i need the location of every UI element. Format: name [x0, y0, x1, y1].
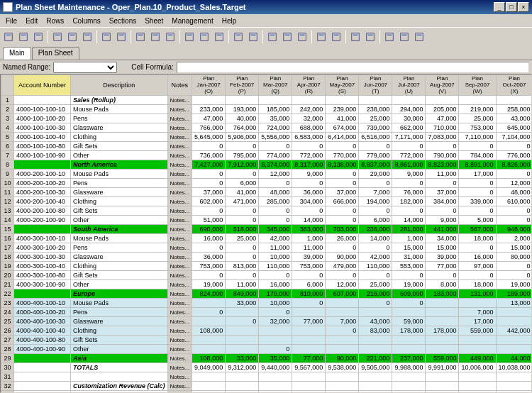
- cell-value[interactable]: 0: [392, 206, 426, 216]
- cell-value[interactable]: 0: [292, 299, 326, 308]
- cell-value[interactable]: 179,000: [259, 289, 292, 299]
- cell-value[interactable]: 790,000: [426, 151, 459, 160]
- cell-value[interactable]: [292, 96, 326, 105]
- notes-button[interactable]: Notes...: [167, 372, 192, 382]
- cell-value[interactable]: 14,000: [292, 216, 326, 225]
- cell-value[interactable]: 559,000: [459, 326, 496, 336]
- header-month-5[interactable]: PlanJun-2007(T): [359, 75, 392, 96]
- cell-value[interactable]: 0: [496, 142, 532, 151]
- cell-value[interactable]: 25,000: [359, 280, 392, 289]
- notes-button[interactable]: Notes...: [167, 299, 192, 308]
- cell-description[interactable]: TOTALS: [71, 363, 168, 372]
- cell-value[interactable]: [459, 382, 496, 391]
- cell-value[interactable]: 44,000: [496, 354, 532, 363]
- notes-button[interactable]: Notes...: [167, 363, 192, 372]
- cell-value[interactable]: 0: [192, 308, 226, 317]
- cell-description[interactable]: Glassware: [71, 123, 168, 133]
- row-number[interactable]: 17: [1, 243, 14, 253]
- menu-help[interactable]: Help: [218, 16, 241, 26]
- cell-value[interactable]: 90,000: [326, 354, 359, 363]
- copy-button[interactable]: [65, 30, 79, 44]
- cell-value[interactable]: [292, 372, 326, 382]
- chart-button[interactable]: [295, 30, 309, 44]
- cell-value[interactable]: 237,000: [392, 354, 426, 363]
- cell-account[interactable]: 4000-400-100-90: [14, 345, 71, 354]
- cell-description[interactable]: Pens: [71, 114, 168, 123]
- notes-button[interactable]: Notes...: [167, 170, 192, 179]
- cell-value[interactable]: [392, 372, 426, 382]
- cell-value[interactable]: 753,000: [192, 262, 226, 271]
- cell-description[interactable]: Mouse Pads: [71, 299, 168, 308]
- cell-value[interactable]: 0: [226, 206, 259, 216]
- row-number[interactable]: 24: [1, 308, 14, 317]
- cell-value[interactable]: 8,826,000: [496, 160, 532, 170]
- notes-button[interactable]: Notes...: [167, 96, 192, 105]
- cell-value[interactable]: 0: [459, 179, 496, 188]
- row-number[interactable]: 6: [1, 142, 14, 151]
- cell-value[interactable]: 30,000: [392, 114, 426, 123]
- cell-value[interactable]: [226, 372, 259, 382]
- cell-account[interactable]: 4000-300-100-80: [14, 271, 71, 280]
- cell-value[interactable]: [459, 345, 496, 354]
- cell-account[interactable]: 4000-100-100-10: [14, 105, 71, 114]
- cell-value[interactable]: 110,000: [259, 262, 292, 271]
- notes-button[interactable]: Notes...: [167, 142, 192, 151]
- cell-value[interactable]: 0: [326, 179, 359, 188]
- save-button[interactable]: [31, 30, 45, 44]
- cell-value[interactable]: 0: [192, 179, 226, 188]
- cell-value[interactable]: 0: [259, 345, 292, 354]
- row-number[interactable]: 15: [1, 225, 14, 234]
- cell-value[interactable]: 6,414,000: [326, 133, 359, 142]
- notes-button[interactable]: Notes...: [167, 105, 192, 114]
- row-number[interactable]: 32: [1, 382, 14, 391]
- menu-sections[interactable]: Sections: [105, 16, 140, 26]
- cell-value[interactable]: 0: [292, 206, 326, 216]
- cell-value[interactable]: 0: [259, 271, 292, 280]
- cell-description[interactable]: Mouse Pads: [71, 170, 168, 179]
- cell-value[interactable]: 6,000: [226, 179, 259, 188]
- header-month-3[interactable]: PlanApr-2007(R): [292, 75, 326, 96]
- print-button[interactable]: [363, 30, 377, 44]
- tab-main[interactable]: Main: [3, 47, 31, 60]
- menu-file[interactable]: File: [1, 16, 21, 26]
- cell-value[interactable]: 0: [259, 216, 292, 225]
- cell-value[interactable]: 1,000: [292, 234, 326, 243]
- center-button[interactable]: [197, 30, 211, 44]
- cell-description[interactable]: Glassware: [71, 253, 168, 262]
- cut-button[interactable]: [50, 30, 65, 44]
- cell-value[interactable]: 7,083,000: [426, 133, 459, 142]
- notes-button[interactable]: Notes...: [167, 234, 192, 243]
- menu-columns[interactable]: Columns: [68, 16, 104, 26]
- cell-value[interactable]: [496, 308, 532, 317]
- notes-button[interactable]: Notes...: [167, 345, 192, 354]
- cell-value[interactable]: 0: [426, 179, 459, 188]
- cell-value[interactable]: [226, 345, 259, 354]
- cell-value[interactable]: 36,000: [192, 253, 226, 262]
- cell-account[interactable]: 4000-300-100-30: [14, 253, 71, 262]
- cell-account[interactable]: 4000-200-100-90: [14, 216, 71, 225]
- cell-description[interactable]: Other: [71, 216, 168, 225]
- cell-description[interactable]: Pens: [71, 243, 168, 253]
- row-number[interactable]: 10: [1, 179, 14, 188]
- cell-description[interactable]: Pens: [71, 308, 168, 317]
- cell-description[interactable]: Clothing: [71, 262, 168, 271]
- header-month-1[interactable]: PlanFeb-2007(P): [226, 75, 259, 96]
- find-button[interactable]: [348, 30, 362, 44]
- cell-account[interactable]: 4000-100-100-30: [14, 123, 71, 133]
- cell-value[interactable]: 0: [459, 271, 496, 280]
- cell-account[interactable]: 4000-400-100-10: [14, 299, 71, 308]
- row-number[interactable]: 27: [1, 336, 14, 345]
- header-description[interactable]: Description: [71, 75, 168, 96]
- cell-value[interactable]: 47,000: [426, 114, 459, 123]
- cell-value[interactable]: 51,000: [192, 216, 226, 225]
- cell-value[interactable]: [259, 382, 292, 391]
- row-number[interactable]: 19: [1, 262, 14, 271]
- italic-button[interactable]: [148, 30, 162, 44]
- cell-value[interactable]: 0: [459, 206, 496, 216]
- cell-value[interactable]: 0: [292, 271, 326, 280]
- notes-button[interactable]: Notes...: [167, 280, 192, 289]
- cell-value[interactable]: 0: [426, 271, 459, 280]
- cell-value[interactable]: 8,837,000: [359, 160, 392, 170]
- cell-value[interactable]: 2,000: [496, 234, 532, 243]
- cell-description[interactable]: Mouse Pads: [71, 105, 168, 114]
